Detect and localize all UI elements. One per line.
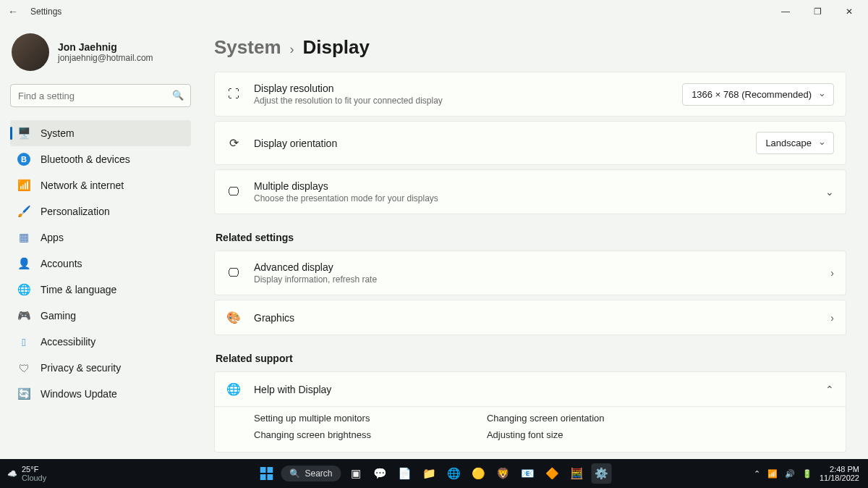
setting-title: Display orientation — [254, 138, 743, 149]
shield-icon: 🛡 — [17, 362, 30, 374]
sidebar-item-label: Privacy & security — [41, 362, 121, 374]
task-view-icon[interactable]: ▣ — [346, 463, 366, 484]
svg-rect-1 — [267, 467, 273, 473]
sidebar-item-time[interactable]: 🌐Time & language — [10, 277, 191, 303]
help-link[interactable]: Changing screen brightness — [254, 426, 371, 443]
apps-icon: ▦ — [17, 231, 30, 244]
start-button[interactable] — [256, 463, 276, 484]
user-name: Jon Jaehnig — [58, 41, 153, 53]
explorer-icon[interactable]: 📁 — [420, 463, 440, 484]
orientation-icon: ⟳ — [226, 136, 241, 150]
search-icon: 🔍 — [289, 468, 300, 479]
chevron-right-icon: › — [830, 312, 834, 324]
sidebar-item-gaming[interactable]: 🎮Gaming — [10, 303, 191, 329]
tray-chevron-icon[interactable]: ⌃ — [754, 469, 760, 479]
nav-list: 🖥️System BBluetooth & devices 📶Network &… — [10, 120, 191, 407]
chevron-right-icon: › — [290, 42, 294, 57]
sidebar-item-label: Gaming — [41, 310, 76, 321]
setting-advanced-display[interactable]: 🖵 Advanced display Display information, … — [214, 251, 846, 295]
breadcrumb-parent[interactable]: System — [214, 36, 281, 59]
breadcrumb: System › Display — [214, 36, 846, 59]
setting-desc: Display information, refresh rate — [254, 274, 817, 285]
search-input[interactable] — [10, 84, 191, 107]
setting-display-orientation[interactable]: ⟳ Display orientation Landscape — [214, 121, 846, 165]
sidebar-item-label: Personalization — [41, 206, 110, 217]
sidebar-item-label: Bluetooth & devices — [41, 153, 130, 165]
sidebar-item-apps[interactable]: ▦Apps — [10, 224, 191, 251]
minimize-button[interactable]: — — [770, 1, 801, 22]
teams-icon[interactable]: 💬 — [370, 463, 391, 484]
brave-icon[interactable]: 🦁 — [493, 463, 514, 484]
globe-icon: 🌐 — [17, 283, 30, 296]
setting-desc: Choose the presentation mode for your di… — [254, 193, 812, 203]
sidebar-item-system[interactable]: 🖥️System — [10, 120, 191, 146]
sidebar-item-update[interactable]: 🔄Windows Update — [10, 381, 191, 407]
help-link[interactable]: Setting up multiple monitors — [254, 410, 371, 426]
sidebar-item-label: Windows Update — [41, 388, 117, 400]
chevron-up-icon: ⌃ — [825, 384, 834, 395]
setting-graphics[interactable]: 🎨 Graphics › — [214, 300, 846, 335]
person-icon: 👤 — [17, 257, 30, 270]
graphics-icon: 🎨 — [226, 311, 241, 324]
titlebar: ← Settings — ❐ ✕ — [0, 0, 868, 23]
sidebar-item-privacy[interactable]: 🛡Privacy & security — [10, 355, 191, 381]
accessibility-icon: 𖨆 — [17, 336, 30, 348]
setting-title: Advanced display — [254, 261, 817, 273]
back-button[interactable]: ← — [3, 1, 23, 22]
taskbar-clock[interactable]: 2:48 PM 11/18/2022 — [820, 465, 859, 482]
sidebar-item-bluetooth[interactable]: BBluetooth & devices — [10, 146, 191, 172]
related-settings-heading: Related settings — [216, 232, 846, 243]
taskbar-search[interactable]: 🔍Search — [281, 466, 341, 481]
help-link[interactable]: Adjusting font size — [487, 426, 605, 443]
setting-title: Help with Display — [254, 384, 812, 395]
orientation-dropdown[interactable]: Landscape — [756, 132, 834, 154]
multi-display-icon: 🖵 — [226, 185, 241, 198]
svg-rect-2 — [260, 474, 265, 480]
help-with-display[interactable]: 🌐 Help with Display ⌃ — [214, 371, 846, 407]
resolution-dropdown[interactable]: 1366 × 768 (Recommended) — [682, 83, 834, 106]
sidebar-item-label: Accounts — [41, 258, 82, 269]
user-block[interactable]: Jon Jaehnig jonjaehnig@hotmail.com — [10, 33, 191, 71]
battery-icon[interactable]: 🔋 — [802, 469, 812, 479]
close-button[interactable]: ✕ — [833, 1, 865, 22]
sidebar-item-accounts[interactable]: 👤Accounts — [10, 251, 191, 277]
update-icon: 🔄 — [17, 387, 30, 400]
setting-title: Graphics — [254, 312, 817, 324]
setting-display-resolution[interactable]: ⛶ Display resolution Adjust the resoluti… — [214, 72, 846, 117]
sidebar-item-label: Apps — [41, 232, 64, 243]
sidebar-item-personalization[interactable]: 🖌️Personalization — [10, 198, 191, 224]
settings-icon[interactable]: ⚙️ — [592, 463, 612, 484]
taskbar-weather[interactable]: ☁️ 25°F Cloudy — [0, 465, 54, 482]
calculator-icon[interactable]: 🧮 — [567, 463, 587, 484]
app-icon[interactable]: 🔶 — [542, 463, 563, 484]
weather-cond: Cloudy — [22, 474, 46, 482]
setting-desc: Adjust the resolution to fit your connec… — [254, 96, 669, 106]
display-icon: 🖥️ — [17, 127, 30, 140]
sidebar-item-label: Network & internet — [41, 180, 124, 191]
wifi-icon[interactable]: 📶 — [767, 469, 778, 479]
sidebar-item-label: Accessibility — [41, 336, 95, 348]
main-content: System › Display ⛶ Display resolution Ad… — [201, 23, 868, 459]
sidebar-item-label: Time & language — [41, 284, 116, 295]
office-icon[interactable]: 📄 — [395, 463, 415, 484]
mail-icon[interactable]: 📧 — [518, 463, 538, 484]
avatar — [12, 33, 49, 71]
maximize-button[interactable]: ❐ — [801, 1, 833, 22]
brush-icon: 🖌️ — [17, 205, 30, 218]
related-support-heading: Related support — [216, 353, 846, 364]
sidebar-item-network[interactable]: 📶Network & internet — [10, 172, 191, 198]
chrome-icon[interactable]: 🟡 — [469, 463, 489, 484]
volume-icon[interactable]: 🔊 — [785, 469, 795, 479]
setting-multiple-displays[interactable]: 🖵 Multiple displays Choose the presentat… — [214, 169, 846, 214]
setting-title: Multiple displays — [254, 180, 812, 192]
help-link[interactable]: Changing screen orientation — [487, 410, 605, 426]
sidebar-item-accessibility[interactable]: 𖨆Accessibility — [10, 329, 191, 355]
taskbar[interactable]: ☁️ 25°F Cloudy 🔍Search ▣ 💬 📄 📁 🌐 🟡 🦁 📧 🔶… — [0, 459, 868, 488]
edge-icon[interactable]: 🌐 — [444, 463, 464, 484]
chevron-down-icon: ⌄ — [825, 186, 834, 198]
monitor-icon: 🖵 — [226, 266, 241, 279]
sidebar-item-label: System — [41, 127, 75, 139]
bluetooth-icon: B — [17, 153, 30, 166]
chevron-right-icon: › — [830, 267, 834, 279]
wifi-icon: 📶 — [17, 179, 30, 192]
